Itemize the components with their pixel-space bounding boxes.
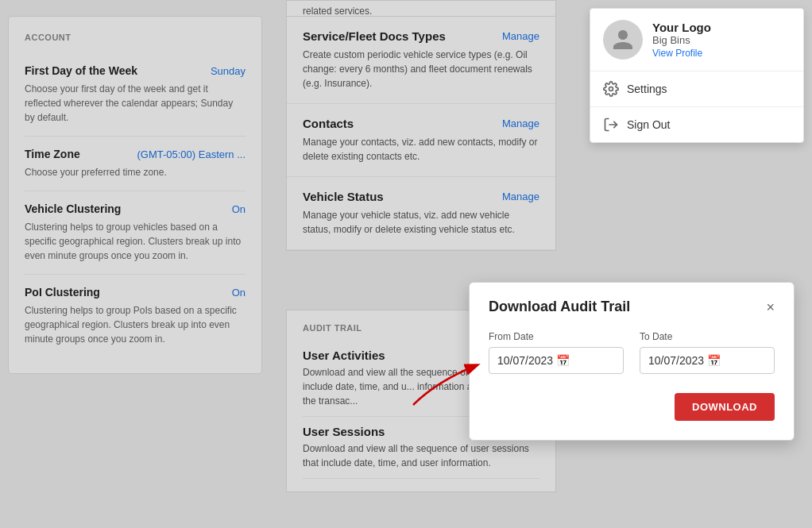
to-date-label: To Date	[640, 331, 775, 342]
modal-close-button[interactable]: ×	[766, 300, 775, 314]
profile-dropdown: Your Logo Big Bins View Profile Settings…	[590, 8, 804, 143]
user-avatar-icon	[611, 28, 635, 52]
modal-header: Download Audit Trail ×	[489, 299, 775, 315]
to-date-calendar-icon[interactable]: 📅	[707, 354, 766, 367]
profile-company: Big Bins	[652, 34, 711, 46]
from-date-input[interactable]: 10/07/2023 📅	[489, 347, 624, 374]
download-button[interactable]: DOWNLOAD	[675, 393, 775, 421]
svg-point-0	[609, 87, 613, 91]
to-date-field: To Date 10/07/2023 📅	[640, 331, 775, 374]
settings-label: Settings	[627, 83, 667, 95]
profile-info: Your Logo Big Bins View Profile	[652, 21, 711, 59]
profile-header: Your Logo Big Bins View Profile	[590, 9, 803, 71]
modal-title: Download Audit Trail	[489, 299, 630, 315]
sign-out-icon	[603, 117, 619, 133]
to-date-input[interactable]: 10/07/2023 📅	[640, 347, 775, 374]
sign-out-label: Sign Out	[627, 118, 670, 131]
profile-name: Your Logo	[652, 21, 711, 34]
to-date-value: 10/07/2023	[648, 354, 707, 367]
modal-footer: DOWNLOAD	[489, 393, 775, 421]
from-date-label: From Date	[489, 331, 624, 342]
from-date-field: From Date 10/07/2023 📅	[489, 331, 624, 374]
from-date-value: 10/07/2023	[497, 354, 556, 367]
modal-dates: From Date 10/07/2023 📅 To Date 10/07/202…	[489, 331, 775, 374]
avatar	[603, 20, 643, 60]
from-date-calendar-icon[interactable]: 📅	[556, 354, 615, 367]
view-profile-link[interactable]: View Profile	[652, 48, 711, 59]
download-audit-trail-modal: Download Audit Trail × From Date 10/07/2…	[469, 282, 795, 441]
gear-icon	[603, 81, 619, 97]
sign-out-menu-item[interactable]: Sign Out	[590, 107, 803, 142]
settings-menu-item[interactable]: Settings	[590, 71, 803, 107]
